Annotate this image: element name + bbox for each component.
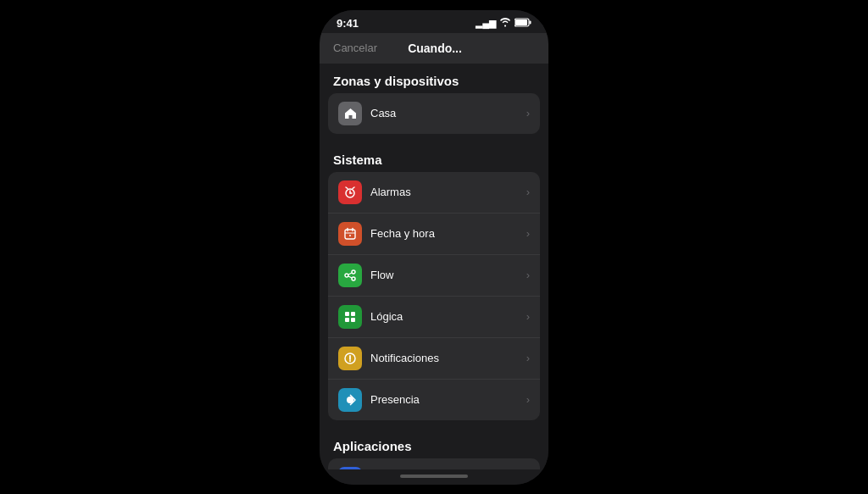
section-header-apps: Aplicaciones (320, 429, 548, 458)
alarmas-chevron: › (526, 186, 530, 198)
svg-line-15 (348, 276, 352, 278)
aeotec-icon: A (338, 467, 362, 469)
alarmas-icon (338, 180, 362, 204)
signal-icon: ▂▄▆ (476, 18, 496, 29)
svg-point-10 (349, 235, 351, 236)
status-bar: 9:41 ▂▄▆ (320, 10, 548, 33)
notificaciones-label: Notificaciones (370, 352, 526, 364)
section-header-zones: Zonas y dispositivos (320, 64, 548, 93)
svg-rect-17 (351, 312, 355, 316)
list-item-fecha[interactable]: Fecha y hora › (328, 214, 540, 255)
list-item-presencia[interactable]: Presencia › (328, 380, 540, 420)
fecha-label: Fecha y hora (370, 227, 526, 240)
svg-line-14 (348, 273, 352, 275)
list-item-flow[interactable]: Flow › (328, 255, 540, 297)
list-item-logica[interactable]: Lógica › (328, 297, 540, 338)
svg-point-12 (352, 270, 355, 274)
content-area: Zonas y dispositivos Casa › Sistema (320, 64, 548, 469)
zones-list: Casa › (328, 93, 540, 134)
list-item-notificaciones[interactable]: Notificaciones › (328, 338, 540, 380)
home-indicator (400, 475, 468, 478)
presencia-chevron: › (526, 393, 530, 406)
flow-label: Flow (370, 269, 526, 281)
logica-label: Lógica (370, 310, 526, 323)
list-item-casa[interactable]: Casa › (328, 93, 540, 134)
cancel-button[interactable]: Cancelar (333, 42, 377, 54)
flow-chevron: › (526, 269, 530, 281)
status-icons: ▂▄▆ (476, 18, 531, 29)
notificaciones-icon (338, 347, 362, 370)
sistema-list: Alarmas › Fecha y hora › (328, 172, 540, 420)
wifi-icon (499, 18, 511, 29)
casa-label: Casa (370, 107, 526, 119)
alarmas-label: Alarmas (370, 186, 526, 198)
svg-rect-19 (351, 318, 355, 322)
section-header-sistema: Sistema (320, 142, 548, 172)
svg-point-11 (345, 274, 348, 277)
nav-bar: Cancelar Cuando... (320, 33, 548, 64)
casa-chevron: › (526, 107, 530, 119)
svg-rect-1 (530, 20, 531, 24)
svg-point-22 (349, 360, 351, 362)
apps-list: A Aeotec › A Aqara › DIO Dio › (328, 458, 540, 469)
phone-frame: 9:41 ▂▄▆ Cancelar Cuando... (320, 10, 548, 485)
list-item-alarmas[interactable]: Alarmas › (328, 172, 540, 214)
casa-icon (338, 102, 362, 125)
battery-icon (515, 18, 531, 29)
presencia-label: Presencia (370, 393, 526, 406)
svg-rect-2 (515, 19, 527, 25)
nav-title: Cuando... (408, 42, 462, 55)
svg-rect-16 (345, 312, 349, 316)
svg-rect-18 (345, 318, 349, 322)
list-item-aeotec[interactable]: A Aeotec › (328, 458, 540, 469)
fecha-icon (338, 222, 362, 246)
logica-chevron: › (526, 310, 530, 323)
fecha-chevron: › (526, 227, 530, 240)
status-time: 9:41 (337, 17, 359, 30)
flow-icon (338, 264, 362, 287)
svg-rect-6 (345, 230, 355, 239)
notificaciones-chevron: › (526, 352, 530, 364)
home-bar (320, 469, 548, 485)
presencia-icon (338, 388, 362, 412)
logica-icon (338, 305, 362, 329)
svg-point-13 (352, 277, 355, 280)
